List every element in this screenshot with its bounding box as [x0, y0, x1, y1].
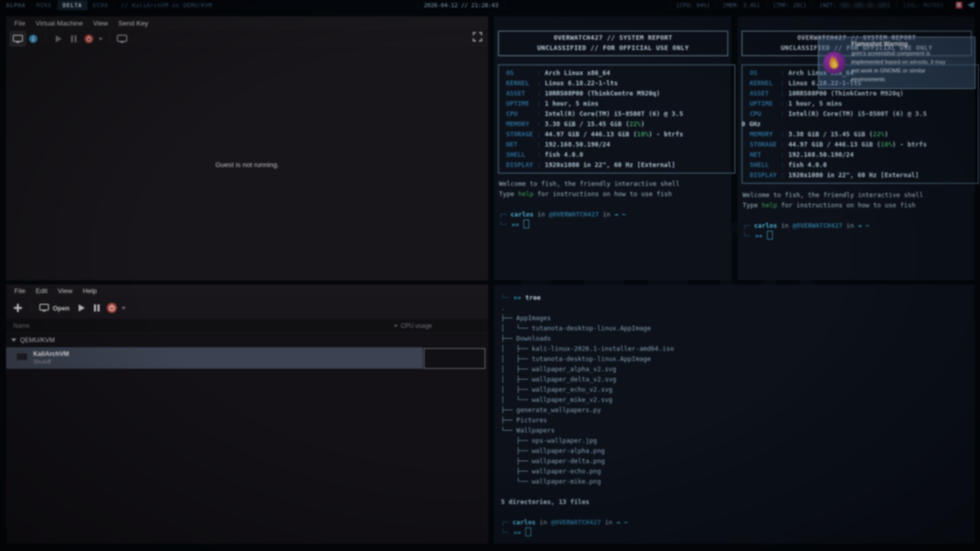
open-vm-button[interactable]: Open [35, 300, 74, 316]
vm-state: Shutoff [33, 358, 69, 366]
toolbar-separator [30, 302, 31, 314]
pause-icon [71, 35, 77, 42]
notification-body-line: grim's screenshot component is [851, 50, 930, 56]
menu-virtual-machine[interactable]: Virtual Machine [31, 19, 88, 27]
net-status: [NET: 192.168.50.190] [812, 0, 896, 10]
terminal-sysreport-1[interactable]: OVERWATCH427 // SYSTEM REPORT UNCLASSIFI… [494, 16, 731, 280]
play-icon [55, 35, 62, 42]
temp-status: [TMP: 28C] [766, 0, 812, 10]
info-icon [29, 34, 38, 43]
menu-help[interactable]: Help [78, 287, 102, 295]
tree-summary: 5 directories, 13 files [501, 497, 970, 507]
tree-command-line: └─ »»tree [501, 293, 970, 303]
menu-view[interactable]: View [88, 19, 113, 27]
fastfetch-data-box: OS:Arch Linux x86_64 KERNEL:Linux 6.18.2… [498, 64, 735, 174]
cpu-wrapped-line: 0 GHz [742, 119, 978, 129]
new-vm-button[interactable] [10, 301, 26, 315]
plus-icon [14, 304, 22, 312]
details-button[interactable] [26, 32, 41, 46]
open-button-label: Open [53, 304, 69, 312]
manager-menubar: File Edit View Help [6, 284, 488, 297]
tree-root: . [501, 303, 970, 313]
menu-file[interactable]: File [9, 287, 31, 295]
report-title-line1: OVERWATCH427 // SYSTEM REPORT [499, 33, 727, 43]
monitor-share-icon [117, 35, 127, 43]
toolbar-separator [45, 33, 46, 44]
toolbar-separator [109, 33, 110, 44]
shell-prompt-line2: └─ »» [501, 528, 970, 538]
mem-status: [MEM: 3.4G] [716, 0, 766, 10]
shutdown-menu-caret[interactable] [99, 38, 103, 40]
shutdown-button[interactable] [104, 301, 119, 315]
report-title-line2: UNCLASSIFIED // FOR OFFICIAL USE ONLY [499, 43, 727, 53]
guest-status-message: Guest is not running. [216, 161, 279, 169]
run-button[interactable] [51, 32, 66, 46]
vm-row-kaliarchvm[interactable]: KaliArchVM Shutoff [6, 347, 423, 369]
notification-body-line: implemented based on wlroots, it may [851, 59, 946, 65]
pause-button[interactable] [89, 301, 104, 315]
column-name[interactable]: Name [6, 322, 30, 329]
vm-monitor-icon [15, 352, 29, 364]
shutdown-icon [84, 34, 94, 44]
fish-welcome-line1: Welcome to fish, the friendly interactiv… [499, 179, 680, 189]
menu-edit[interactable]: Edit [31, 287, 53, 295]
status-bar: ALPHA MIKE DELTA ECHO // KaliArchVM on Q… [0, 0, 980, 10]
menu-view[interactable]: View [53, 287, 78, 295]
shutdown-menu-caret[interactable] [122, 307, 126, 309]
terminal-cursor [525, 528, 531, 536]
notification-body-line: not work in GNOME or similar [851, 67, 925, 74]
system-tray [950, 0, 980, 10]
vm-cpu-usage-cell [424, 348, 485, 369]
fish-welcome-line2: Type help for instructions on how to use… [499, 189, 672, 199]
pause-icon [94, 304, 100, 312]
usb-redirect-button[interactable] [114, 32, 130, 46]
fullscreen-icon [472, 32, 483, 42]
expander-icon[interactable] [11, 339, 16, 342]
console-menubar: File Virtual Machine View Send Key [6, 16, 488, 30]
terminal-cursor [523, 220, 529, 228]
fish-welcome-line1: Welcome to fish, the friendly interactiv… [743, 190, 923, 200]
workspace-mike[interactable]: MIKE [31, 0, 58, 10]
vm-list-header: Name CPU usage [6, 319, 488, 333]
flameshot-icon [823, 51, 846, 75]
fullscreen-button[interactable] [472, 32, 483, 44]
notification-title: Flameshot Warning [851, 40, 908, 47]
net-ip-redacted: 192.168.50.190 [840, 2, 887, 9]
status-modules: [CPU: 04%] [MEM: 3.4G] [TMP: 28C] [NET: … [670, 0, 980, 10]
monitor-icon [13, 35, 23, 43]
clock: 2026-04-12 // 21:28:43 [418, 0, 505, 10]
workspace-delta[interactable]: DELTA [58, 0, 88, 10]
shell-prompt-line1: ┌─ carlos in @OVERWATCH427 in → ~ [501, 517, 970, 528]
password-vault-tray-icon[interactable] [955, 2, 963, 9]
telegram-tray-icon[interactable] [967, 2, 975, 9]
vm-name: KaliArchVM [33, 350, 69, 358]
terminal-cursor [767, 231, 773, 239]
menu-file[interactable]: File [9, 19, 31, 27]
volume-status: [VOL: MUTED] [897, 0, 950, 10]
flameshot-notification[interactable]: Flameshot Warning grim's screenshot comp… [818, 37, 975, 89]
console-viewport[interactable]: Guest is not running. [6, 49, 488, 280]
monitor-icon [39, 304, 49, 312]
connection-row-qemu[interactable]: QEMU/KVM [6, 333, 488, 347]
pause-button[interactable] [66, 32, 81, 46]
fish-welcome-line2: Type help for instructions on how to use… [743, 200, 916, 210]
column-cpu-usage[interactable]: CPU usage [394, 322, 488, 329]
tree-output: └─ »»tree . ├── AppImages │ └── tutanota… [501, 293, 970, 538]
console-view-button[interactable] [10, 32, 26, 46]
virt-manager-console-window: File Virtual Machine View Send Key [6, 16, 488, 280]
desktop: DELTA ALPHA MIKE DELTA ECHO // KaliArchV… [0, 0, 980, 551]
notification-body-line: environments [851, 76, 885, 82]
shutdown-icon [106, 302, 117, 314]
shutdown-button[interactable] [81, 32, 97, 46]
terminal-tree[interactable]: └─ »»tree . ├── AppImages │ └── tutanota… [494, 284, 975, 544]
shell-prompt-line2: └─ »» [499, 220, 529, 230]
workspace-echo[interactable]: ECHO [88, 0, 114, 10]
run-button[interactable] [74, 301, 89, 315]
menu-send-key[interactable]: Send Key [113, 19, 154, 27]
shell-prompt-line1: ┌─ carlos in @OVERWATCH427 in → ~ [743, 221, 869, 231]
shell-prompt-line1: ┌─ carlos in @OVERWATCH427 in → ~ [499, 209, 626, 220]
workspace-alpha[interactable]: ALPHA [1, 0, 31, 10]
focused-window-title: // KaliArchVM on QEMU/KVM [114, 0, 219, 10]
shell-prompt-line2: └─ »» [743, 231, 773, 241]
sort-caret-icon [394, 325, 398, 327]
